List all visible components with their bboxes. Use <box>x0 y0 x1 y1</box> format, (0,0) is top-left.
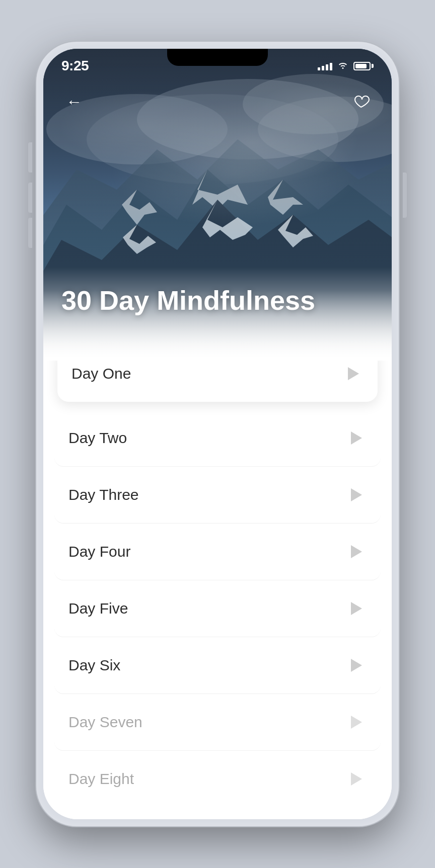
hero-title-text: 30 Day Mindfulness <box>61 286 374 315</box>
play-button[interactable] <box>344 654 367 676</box>
play-button[interactable] <box>344 597 367 620</box>
play-icon <box>351 602 362 615</box>
signal-bar-1 <box>318 67 320 70</box>
notch <box>167 49 268 66</box>
play-button[interactable] <box>344 427 367 449</box>
phone-frame: 9:25 <box>36 42 399 826</box>
hero-section: 9:25 <box>43 49 392 361</box>
list-item[interactable]: Day One <box>57 361 378 402</box>
phone-outer: 9:25 <box>0 0 435 868</box>
play-icon <box>351 716 362 729</box>
play-icon <box>351 431 362 445</box>
battery-icon <box>353 62 374 70</box>
back-button[interactable]: ← <box>61 89 87 114</box>
list-item[interactable]: Day Two <box>54 410 381 467</box>
play-button <box>344 768 367 790</box>
play-button[interactable] <box>344 541 367 563</box>
list-item-label: Day One <box>71 365 131 382</box>
signal-bar-2 <box>322 66 324 70</box>
list-item: Day Seven <box>54 694 381 751</box>
list-item-label: Day Seven <box>68 714 142 731</box>
hero-nav: ← <box>43 89 392 114</box>
signal-bar-4 <box>330 63 332 70</box>
play-icon <box>351 545 362 558</box>
phone-screen: 9:25 <box>43 49 392 819</box>
list-item-label: Day Five <box>68 600 128 617</box>
list-item[interactable]: Day Six <box>54 637 381 694</box>
play-icon <box>348 367 359 380</box>
play-button <box>344 711 367 733</box>
signal-bar-3 <box>326 64 328 70</box>
list-item-label: Day Three <box>68 486 139 503</box>
list-item-label: Day Four <box>68 543 130 560</box>
play-icon <box>351 772 362 786</box>
favorite-button[interactable] <box>348 89 374 114</box>
list-item-label: Day Six <box>68 657 120 674</box>
heart-icon <box>352 93 370 110</box>
list-item-label: Day Two <box>68 429 127 447</box>
list-item-label: Day Eight <box>68 770 134 788</box>
list-item[interactable]: Day Three <box>54 467 381 524</box>
back-arrow-icon: ← <box>66 94 82 110</box>
hero-title: 30 Day Mindfulness <box>61 286 374 315</box>
list-item[interactable]: Day Four <box>54 524 381 580</box>
signal-bars-icon <box>318 61 332 70</box>
play-button[interactable] <box>341 363 364 385</box>
play-button[interactable] <box>344 484 367 506</box>
wifi-icon <box>337 60 348 72</box>
list-item: Day Eight <box>54 751 381 807</box>
list-item[interactable]: Day Five <box>54 580 381 637</box>
play-icon <box>351 659 362 672</box>
status-time: 9:25 <box>61 58 89 74</box>
status-icons <box>318 60 374 72</box>
play-icon <box>351 488 362 501</box>
content-list[interactable]: Day One Day Two Day Three <box>43 361 392 819</box>
